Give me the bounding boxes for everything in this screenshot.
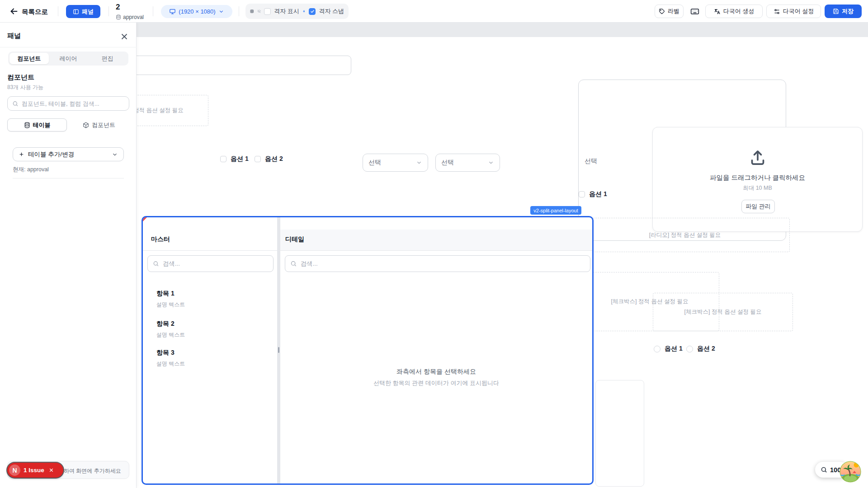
grid-show-checkbox[interactable] [264,8,271,15]
component-toggle-button[interactable]: 컴포넌트 [69,118,129,131]
table-toggle-button[interactable]: 테이블 [7,118,67,131]
detail-search-input[interactable] [300,260,585,267]
file-manage-button[interactable]: 파일 관리 [741,200,775,213]
checkbox-label: 옵션 1 [231,155,249,163]
grid-snap-label: 격자 스냅 [319,7,344,15]
upload-instruction: 파일을 드래그하거나 클릭하세요 [653,174,862,182]
radio-warning-text: [라디오] 정적 옵션 설정 필요 [649,231,721,239]
canvas-checkbox-option2[interactable]: 옵션 2 [255,155,283,163]
page-number: 2 [116,3,120,12]
search-icon [153,260,159,267]
eye-off-icon[interactable] [257,8,261,15]
magnifier-icon [821,466,827,473]
detail-empty-title: 좌측에서 항목을 선택하세요 [280,368,592,376]
app-window: 정적 옵션 설정 필요 옵션 1 옵션 2 선택 선택 선택 파일을 드래그하거… [0,0,868,488]
radio-label: 옵션 2 [697,345,715,353]
tab-components[interactable]: 컴포넌트 [9,53,49,64]
chevron-down-icon [112,151,118,158]
radio-icon[interactable] [654,346,660,352]
upload-icon [749,149,767,167]
issue-corner-marker [143,217,147,221]
issue-badge[interactable]: N 1 Issue [7,463,63,478]
list-item-desc: 설명 텍스트 [156,301,185,309]
checkbox-icon[interactable] [220,156,226,162]
canvas-checkbox-option1[interactable]: 옵션 1 [220,155,249,163]
drag-hint-text: 하여 화면에 추가하세요 [64,467,121,475]
checkbox-icon[interactable] [579,191,585,197]
table-toggle-label: 테이블 [33,121,51,129]
i18n-generate-button[interactable]: 다국어 생성 [705,5,763,18]
keyboard-icon[interactable] [690,7,700,16]
select-placeholder: 선택 [441,159,454,167]
master-search-input[interactable] [163,260,268,267]
components-section-title: 컴포넌트 [7,73,34,82]
checkbox-warning-box-2[interactable]: [체크박스] 정적 옵션 설정 필요 [653,293,793,331]
close-icon[interactable] [119,32,129,42]
split-panel-component[interactable]: 마스터 디테일 항목 1 설명 텍스트 항목 2 설명 텍스트 항목 3 설명 … [142,216,594,485]
detail-search[interactable] [285,255,590,272]
translate-icon [714,8,721,15]
radio-icon[interactable] [686,346,693,352]
detail-header [280,230,592,250]
canvas-text-input[interactable] [131,56,351,75]
grid-controls: 격자 표시 격자 스냅 [245,4,349,19]
top-toolbar: 목록으로 패널 2 approval (868 × 488) 격자 표시 [0,0,868,23]
i18n-generate-text: 다국어 생성 [723,7,755,15]
panel-tab-bar: 컴포넌트 레이어 편집 [8,52,128,66]
i18n-settings-button[interactable]: 다국어 설정 [766,5,821,18]
plus-icon [19,151,24,157]
resizer-handle-icon [278,347,279,353]
checkbox-label: 옵션 2 [265,155,283,163]
grid-icon[interactable] [250,8,254,15]
canvas-empty-container[interactable] [595,380,644,487]
tab-layers[interactable]: 레이어 [49,53,88,64]
upload-limit: 최대 10 MB [653,184,862,192]
save-button-text: 저장 [842,7,854,15]
list-item[interactable]: 항목 3 설명 텍스트 [156,349,185,368]
bound-table: approval [116,14,144,20]
canvas-radio-option2[interactable]: 옵션 2 [686,345,715,353]
grid-show-label: 격자 표시 [274,7,299,15]
panel-button-label: 패널 [82,8,94,16]
tab-edit[interactable]: 편집 [88,53,127,64]
component-search-input[interactable] [22,100,124,107]
arrow-left-icon[interactable] [9,6,19,16]
divider [58,6,58,16]
label-button[interactable]: 라벨 [655,5,684,18]
overlap-checkbox[interactable]: 옵션 1 [579,190,607,198]
divider [0,47,137,47]
canvas-select-2[interactable]: 선택 [435,154,500,172]
select-placeholder: 선택 [585,157,597,165]
back-to-list-button[interactable]: 목록으로 [22,8,48,16]
panel-icon [73,9,79,15]
list-item-title: 항목 2 [156,320,185,328]
radio-warning-box[interactable]: [라디오] 정적 옵션 설정 필요 [580,218,790,252]
list-item[interactable]: 항목 2 설명 텍스트 [156,320,185,339]
canvas-select-1[interactable]: 선택 [363,154,428,172]
master-search[interactable] [147,255,274,272]
list-item-title: 항목 3 [156,349,185,357]
radio-label: 옵션 1 [665,345,683,353]
save-button[interactable]: 저장 [825,5,862,18]
add-table-dropdown[interactable]: 테이블 추가/변경 [13,147,124,161]
panel-toggle-button[interactable]: 패널 [66,5,100,18]
resolution-dropdown[interactable]: (868 × 488) [161,5,232,18]
island-widget-icon[interactable] [839,460,862,483]
list-item-desc: 설명 텍스트 [156,331,185,339]
divider [239,6,239,16]
canvas-radio-option1[interactable]: 옵션 1 [654,345,683,353]
file-upload-card[interactable]: 파일을 드래그하거나 클릭하세요 최대 10 MB 파일 관리 [652,127,863,232]
checkbox-icon[interactable] [255,156,261,162]
tag-icon [659,8,665,14]
issue-count-label: 1 Issue [24,467,44,474]
save-icon [833,8,839,14]
list-item[interactable]: 항목 1 설명 텍스트 [156,290,185,309]
divider [153,6,153,16]
component-search[interactable] [7,96,129,111]
close-icon[interactable] [48,467,54,473]
grid-snap-checkbox[interactable] [309,8,316,15]
lightning-icon [302,8,306,14]
divider [108,6,109,16]
split-resizer[interactable] [277,217,280,483]
panel-title: 패널 [7,32,21,40]
